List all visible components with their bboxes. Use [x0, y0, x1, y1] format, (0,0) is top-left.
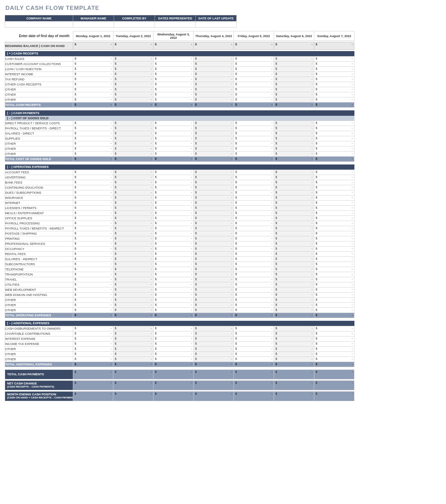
- amount-cell[interactable]: $-: [154, 136, 194, 141]
- amount-cell[interactable]: $-: [154, 62, 194, 67]
- amount-cell[interactable]: $-: [73, 221, 113, 226]
- amount-cell[interactable]: $-: [73, 231, 113, 236]
- amount-cell[interactable]: $-: [154, 308, 194, 313]
- amount-cell[interactable]: $-: [314, 190, 354, 195]
- amount-cell[interactable]: $-: [194, 357, 234, 362]
- amount-cell[interactable]: $-: [73, 175, 113, 180]
- amount-cell[interactable]: $-: [194, 195, 234, 201]
- amount-cell[interactable]: $-: [73, 336, 113, 342]
- amount-cell[interactable]: $-: [113, 67, 154, 72]
- amount-cell[interactable]: $-: [73, 141, 113, 146]
- amount-cell[interactable]: $-: [113, 231, 154, 236]
- amount-cell[interactable]: $-: [314, 241, 354, 247]
- amount-cell[interactable]: $-: [73, 298, 113, 303]
- amount-cell[interactable]: $-: [314, 247, 354, 252]
- amount-cell[interactable]: $-: [154, 82, 194, 87]
- amount-cell[interactable]: $-: [234, 357, 274, 362]
- amount-cell[interactable]: $-: [113, 347, 154, 352]
- amount-cell[interactable]: $-: [274, 352, 314, 357]
- amount-cell[interactable]: $-: [73, 180, 113, 185]
- amount-cell[interactable]: $-: [154, 206, 194, 211]
- amount-cell[interactable]: $-: [274, 241, 314, 247]
- amount-cell[interactable]: $-: [113, 42, 154, 50]
- amount-cell[interactable]: $-: [194, 221, 234, 226]
- amount-cell[interactable]: $-: [234, 206, 274, 211]
- amount-cell[interactable]: $-: [113, 131, 154, 136]
- amount-cell[interactable]: $-: [194, 342, 234, 347]
- amount-cell[interactable]: $-: [314, 42, 354, 50]
- amount-cell[interactable]: $-: [314, 326, 354, 331]
- amount-cell[interactable]: $-: [113, 211, 154, 216]
- amount-cell[interactable]: $-: [274, 303, 314, 308]
- amount-cell[interactable]: $-: [234, 303, 274, 308]
- amount-cell[interactable]: $-: [113, 247, 154, 252]
- amount-cell[interactable]: $-: [234, 277, 274, 282]
- amount-cell[interactable]: $-: [154, 201, 194, 206]
- amount-cell[interactable]: $-: [154, 247, 194, 252]
- amount-cell[interactable]: $-: [274, 121, 314, 126]
- amount-cell[interactable]: $-: [73, 87, 113, 92]
- amount-cell[interactable]: $-: [73, 262, 113, 267]
- amount-cell[interactable]: $-: [113, 331, 154, 336]
- amount-cell[interactable]: $-: [314, 82, 354, 87]
- amount-cell[interactable]: $-: [234, 62, 274, 67]
- amount-cell[interactable]: $-: [113, 152, 154, 157]
- amount-cell[interactable]: $-: [274, 211, 314, 216]
- amount-cell[interactable]: $-: [314, 185, 354, 190]
- amount-cell[interactable]: $-: [274, 287, 314, 293]
- amount-cell[interactable]: $-: [234, 231, 274, 236]
- amount-cell[interactable]: $-: [234, 226, 274, 231]
- amount-cell[interactable]: $-: [194, 326, 234, 331]
- amount-cell[interactable]: $-: [113, 121, 154, 126]
- amount-cell[interactable]: $-: [73, 331, 113, 336]
- amount-cell[interactable]: $-: [234, 97, 274, 103]
- amount-cell[interactable]: $-: [274, 136, 314, 141]
- amount-cell[interactable]: $-: [314, 72, 354, 77]
- amount-cell[interactable]: $-: [274, 141, 314, 146]
- amount-cell[interactable]: $-: [314, 97, 354, 103]
- amount-cell[interactable]: $-: [113, 293, 154, 298]
- amount-cell[interactable]: $-: [234, 185, 274, 190]
- amount-cell[interactable]: $-: [154, 126, 194, 131]
- amount-cell[interactable]: $-: [314, 67, 354, 72]
- amount-cell[interactable]: $-: [154, 336, 194, 342]
- amount-cell[interactable]: $-: [274, 272, 314, 277]
- amount-cell[interactable]: $-: [234, 326, 274, 331]
- amount-cell[interactable]: $-: [154, 185, 194, 190]
- amount-cell[interactable]: $-: [113, 97, 154, 103]
- amount-cell[interactable]: $-: [194, 152, 234, 157]
- amount-cell[interactable]: $-: [113, 226, 154, 231]
- amount-cell[interactable]: $-: [194, 141, 234, 146]
- amount-cell[interactable]: $-: [194, 175, 234, 180]
- amount-cell[interactable]: $-: [274, 42, 314, 50]
- amount-cell[interactable]: $-: [73, 136, 113, 141]
- amount-cell[interactable]: $-: [274, 357, 314, 362]
- amount-cell[interactable]: $-: [314, 293, 354, 298]
- amount-cell[interactable]: $-: [274, 267, 314, 272]
- amount-cell[interactable]: $-: [73, 92, 113, 97]
- amount-cell[interactable]: $-: [234, 272, 274, 277]
- amount-cell[interactable]: $-: [234, 141, 274, 146]
- amount-cell[interactable]: $-: [73, 152, 113, 157]
- amount-cell[interactable]: $-: [73, 195, 113, 201]
- amount-cell[interactable]: $-: [73, 211, 113, 216]
- amount-cell[interactable]: $-: [73, 247, 113, 252]
- amount-cell[interactable]: $-: [314, 57, 354, 62]
- amount-cell[interactable]: $-: [274, 190, 314, 195]
- amount-cell[interactable]: $-: [154, 211, 194, 216]
- amount-cell[interactable]: $-: [274, 170, 314, 175]
- amount-cell[interactable]: $-: [113, 126, 154, 131]
- amount-cell[interactable]: $-: [73, 170, 113, 175]
- amount-cell[interactable]: $-: [274, 326, 314, 331]
- amount-cell[interactable]: $-: [234, 92, 274, 97]
- amount-cell[interactable]: $-: [194, 206, 234, 211]
- amount-cell[interactable]: $-: [113, 298, 154, 303]
- amount-cell[interactable]: $-: [314, 170, 354, 175]
- amount-cell[interactable]: $-: [113, 57, 154, 62]
- amount-cell[interactable]: $-: [274, 131, 314, 136]
- amount-cell[interactable]: $-: [194, 67, 234, 72]
- amount-cell[interactable]: $-: [154, 170, 194, 175]
- amount-cell[interactable]: $-: [113, 336, 154, 342]
- amount-cell[interactable]: $-: [194, 146, 234, 152]
- amount-cell[interactable]: $-: [234, 77, 274, 82]
